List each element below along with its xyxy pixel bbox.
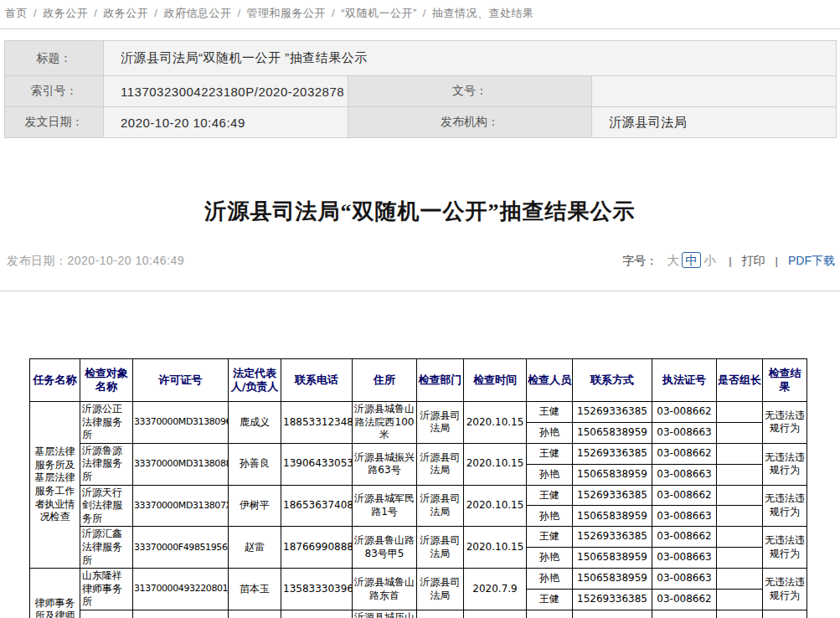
font-size-button[interactable]: 大 — [664, 252, 682, 268]
font-size-label: 字号： — [622, 254, 657, 269]
cell-leader — [717, 402, 763, 423]
cell-task-name: 基层法律服务所及基层法律服务工作者执业情况检查 — [30, 402, 80, 569]
cell-inspector-name: 孙艳 — [527, 464, 573, 485]
breadcrumb-separator: / — [237, 7, 240, 19]
cell-inspector-contact: 15269336385 — [573, 402, 652, 423]
column-header: 检查对象名称 — [80, 359, 133, 402]
cell-inspector-contact: 15269336385 — [573, 485, 652, 506]
breadcrumb-item[interactable]: 管理和服务公开 — [247, 7, 327, 19]
column-header: 执法证号 — [652, 359, 717, 402]
cell-inspector-contact: 15065838959 — [573, 610, 652, 618]
cell-phone: 13583330396 — [281, 569, 353, 610]
column-header: 法定代表人/负责人 — [229, 359, 281, 402]
breadcrumb-current: 抽查情况、查处结果 — [432, 7, 534, 19]
cell-inspector-contact: 15065838959 — [573, 506, 652, 527]
cell-phone: 13906433053 — [281, 443, 353, 485]
cell-date: 2020.10.15 — [464, 402, 527, 444]
cell-department: 沂源县司法局 — [417, 402, 464, 444]
cell-phone: 18766990888 — [281, 527, 353, 569]
cell-leader — [717, 464, 763, 485]
meta-title-label: 标题： — [5, 41, 104, 76]
meta-table: 标题： 沂源县司法局“双随机一公开 ”抽查结果公示 索引号： 113703230… — [4, 40, 837, 138]
cell-inspector-contact: 15269336385 — [573, 527, 652, 548]
cell-inspector-contact: 15065838959 — [573, 569, 652, 590]
cell-representative: 苗本玉 — [229, 569, 281, 610]
cell-leader — [717, 527, 763, 548]
cell-date: 2020.7.9 — [464, 569, 527, 610]
font-size-button-active[interactable]: 中 — [682, 252, 701, 268]
breadcrumb-separator: / — [332, 7, 335, 19]
breadcrumb-item[interactable]: 首页 — [5, 7, 28, 19]
font-size-buttons: 大中小 — [664, 253, 719, 269]
column-header: 是否组长 — [717, 359, 763, 402]
tools-divider: | — [776, 255, 778, 267]
cell-representative: 宋志民 — [229, 610, 281, 618]
cell-result: 无违法违规行为 — [763, 485, 807, 527]
cell-inspector-cert: 03-008662 — [652, 485, 717, 506]
breadcrumb-item[interactable]: 政务公开 — [43, 7, 88, 19]
cell-task-name: 律师事务所及律师执业情况 — [30, 569, 80, 618]
cell-date: 2020.10.15 — [464, 527, 527, 569]
font-size-button[interactable]: 小 — [701, 252, 719, 268]
cell-address: 沂源县城历山路49号沂源商务大厦B座16楼 — [353, 610, 417, 618]
cell-object-name: 沂源公正法律服务所 — [80, 402, 133, 444]
cell-inspector-cert: 03-008662 — [652, 590, 717, 610]
column-header: 许可证号 — [133, 359, 229, 402]
cell-address: 沂源县城军民路1号 — [353, 485, 417, 527]
cell-license: 33370000MD313807X5 — [133, 485, 229, 527]
cell-inspector-name: 孙艳 — [527, 548, 573, 569]
cell-inspector-cert: 03-008663 — [652, 422, 717, 443]
cell-inspector-name: 王健 — [527, 402, 573, 423]
cell-leader — [717, 485, 763, 506]
cell-phone: 13573350446 — [281, 610, 353, 618]
cell-leader — [717, 590, 763, 610]
column-header: 住所 — [353, 359, 417, 402]
column-header: 检查人员 — [527, 359, 573, 402]
meta-docnum-value — [592, 76, 837, 107]
cell-representative: 伊树平 — [229, 485, 281, 527]
cell-phone: 18653637408 — [281, 485, 353, 527]
cell-result: 无违法违规行为 — [763, 569, 807, 610]
publish-row: 发布日期：2020-10-20 10:46:49 字号： 大中小 | 打印 | … — [7, 253, 835, 269]
cell-inspector-contact: 15065838959 — [573, 422, 652, 443]
page-title: 沂源县司法局“双随机一公开”抽查结果公示 — [0, 197, 840, 226]
cell-phone: 18853312348 — [281, 402, 353, 444]
cell-leader — [717, 422, 763, 443]
breadcrumb-item[interactable]: 政务公开 — [103, 7, 148, 19]
cell-representative: 赵雷 — [229, 527, 281, 569]
column-header: 联系电话 — [281, 359, 353, 402]
cell-license: 33370000MD31380960 — [133, 402, 229, 444]
cell-result: 无违法违规行为 — [763, 402, 807, 444]
cell-inspector-name: 王健 — [527, 527, 573, 548]
cell-address: 沂源县城振兴路63号 — [353, 443, 417, 485]
cell-result: 无违法违规行为 — [763, 443, 807, 485]
content-divider — [0, 291, 840, 291]
cell-inspector-contact: 15269336385 — [573, 590, 652, 610]
meta-date-value: 2020-10-20 10:46:49 — [104, 107, 348, 138]
breadcrumb-item[interactable]: 政府信息公开 — [163, 7, 231, 19]
cell-leader — [717, 610, 763, 618]
column-header: 联系方式 — [573, 359, 652, 402]
cell-inspector-cert: 03-008662 — [652, 402, 717, 423]
cell-department: 沂源县司法局 — [417, 527, 464, 569]
meta-date-label: 发文日期： — [5, 107, 104, 138]
cell-inspector-cert: 03-008663 — [652, 506, 717, 527]
tools-divider: | — [729, 255, 731, 267]
cell-inspector-name: 王健 — [527, 443, 573, 464]
cell-inspector-name: 孙艳 — [527, 422, 573, 443]
inspection-table: 任务名称检查对象名称许可证号法定代表人/负责人联系电话住所检查部门检查时间检查人… — [29, 358, 807, 618]
cell-result: 无违法违规行为 — [763, 527, 807, 569]
cell-inspector-cert: 03-008663 — [652, 464, 717, 485]
meta-index-label: 索引号： — [5, 76, 104, 107]
cell-date: 2020.10.15 — [464, 485, 527, 527]
cell-object-name: 沂源天行剑法律服务所 — [80, 485, 133, 527]
cell-address: 沂源县城鲁山路法院西100米 — [353, 402, 417, 444]
column-header: 任务名称 — [30, 359, 80, 402]
pdf-download-button[interactable]: PDF下载 — [788, 254, 835, 269]
column-header: 检查结果 — [763, 359, 807, 402]
cell-license: 33370000F49851956C — [133, 527, 229, 569]
print-button[interactable]: 打印 — [742, 254, 765, 269]
breadcrumb: 首页/政务公开/政务公开/政府信息公开/管理和服务公开/“双随机一公开”/抽查情… — [0, 0, 840, 29]
breadcrumb-item[interactable]: “双随机一公开” — [341, 7, 417, 19]
cell-leader — [717, 443, 763, 464]
